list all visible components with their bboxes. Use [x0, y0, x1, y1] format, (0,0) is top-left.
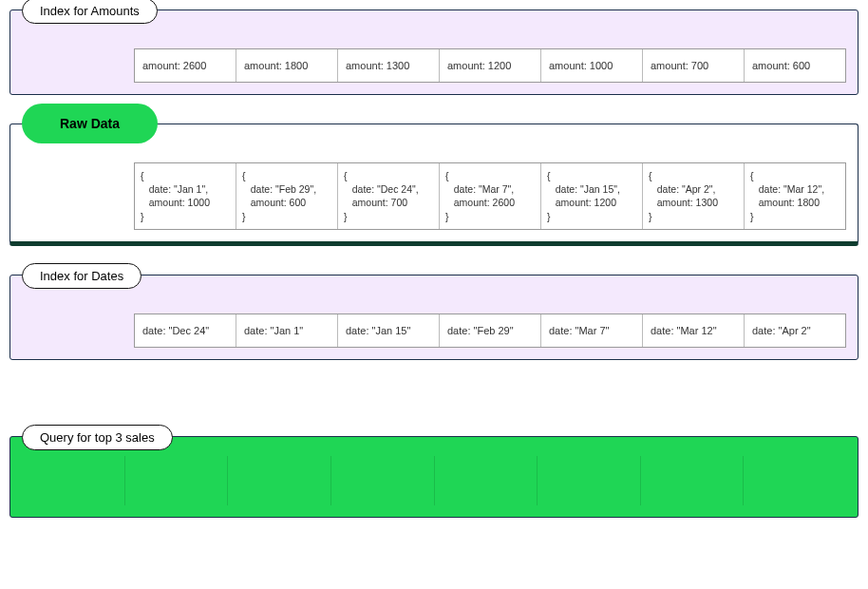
query-panel: Query for top 3 sales: [9, 436, 859, 518]
raw-data-row: { date: "Jan 1", amount: 1000 } { date: …: [134, 162, 846, 230]
amount-cell: amount: 700: [643, 49, 745, 82]
raw-cell: { date: "Mar 7", amount: 2600 }: [440, 163, 541, 229]
query-cell: [331, 456, 435, 505]
query-cell: [641, 456, 745, 505]
raw-cell: { date: "Dec 24", amount: 700 }: [338, 163, 440, 229]
query-cell: [125, 456, 229, 505]
raw-cell: { date: "Jan 15", amount: 1200 }: [541, 163, 643, 229]
amount-cell: amount: 1200: [440, 49, 541, 82]
date-cell: date: "Mar 7": [541, 314, 643, 347]
query-cell: [22, 456, 125, 505]
index-amounts-label: Index for Amounts: [22, 0, 158, 24]
raw-cell: { date: "Feb 29", amount: 600 }: [236, 163, 338, 229]
index-dates-body: date: "Dec 24" date: "Jan 1" date: "Jan …: [10, 276, 858, 359]
amount-cell: amount: 1300: [338, 49, 440, 82]
raw-cell: { date: "Jan 1", amount: 1000 }: [135, 163, 236, 229]
index-amounts-panel: Index for Amounts amount: 2600 amount: 1…: [9, 10, 859, 95]
raw-cell: { date: "Mar 12", amount: 1800 }: [745, 163, 845, 229]
date-cell: date: "Mar 12": [643, 314, 745, 347]
date-cell: date: "Jan 1": [236, 314, 338, 347]
amount-cell: amount: 2600: [135, 49, 236, 82]
raw-data-label: Raw Data: [22, 104, 158, 143]
index-dates-label: Index for Dates: [22, 263, 142, 289]
query-cell: [435, 456, 538, 505]
index-amounts-row: amount: 2600 amount: 1800 amount: 1300 a…: [134, 48, 846, 83]
query-label: Query for top 3 sales: [22, 425, 173, 450]
query-cell: [744, 456, 846, 505]
date-cell: date: "Jan 15": [338, 314, 440, 347]
date-cell: date: "Dec 24": [135, 314, 236, 347]
date-cell: date: "Apr 2": [745, 314, 845, 347]
date-cell: date: "Feb 29": [440, 314, 541, 347]
raw-cell: { date: "Apr 2", amount: 1300 }: [643, 163, 745, 229]
raw-data-panel: Raw Data { date: "Jan 1", amount: 1000 }…: [9, 124, 859, 246]
amount-cell: amount: 600: [745, 49, 845, 82]
index-dates-row: date: "Dec 24" date: "Jan 1" date: "Jan …: [134, 314, 846, 348]
amount-cell: amount: 1800: [236, 49, 338, 82]
query-cell: [228, 456, 331, 505]
index-dates-panel: Index for Dates date: "Dec 24" date: "Ja…: [9, 275, 859, 360]
query-cell: [538, 456, 641, 505]
amount-cell: amount: 1000: [541, 49, 643, 82]
